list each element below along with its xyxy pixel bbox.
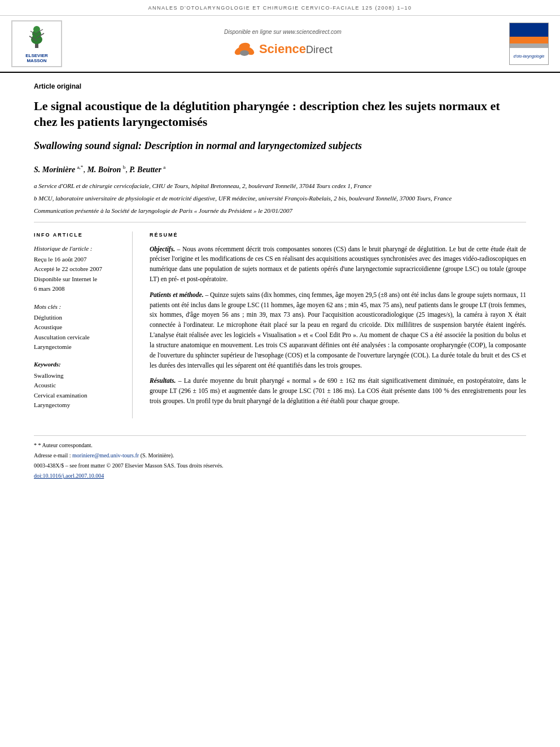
email-label-text: Adresse e-mail : (34, 452, 71, 458)
article-type: Article original (34, 82, 526, 91)
resultats-text: – La durée moyenne du bruit pharyngé « n… (150, 377, 526, 404)
affiliation-b: b MCU, laboratoire universitaire de phys… (34, 194, 526, 203)
history-available: Disponible sur Internet le (34, 275, 123, 283)
journal-title: ANNALES D'OTOLARYNGOLOGIE ET CHIRURGIE C… (148, 5, 412, 11)
keyword-2: Acoustic (34, 381, 123, 390)
journal-logo-box: d'oto-laryngologie (509, 23, 549, 65)
history-available-date: 6 mars 2008 (34, 285, 123, 293)
affiliation-a: a Service d'ORL et de chirurgie cervicof… (34, 181, 526, 191)
history-title: Historique de l'article : (34, 244, 123, 253)
mots-cles-title: Mots clés : (34, 303, 123, 311)
article-title-french: Le signal acoustique de la déglutition p… (34, 98, 526, 130)
resultats-label: Résultats. (150, 377, 178, 384)
resume-objectifs: Objectifs. – Nous avons récemment décrit… (150, 244, 526, 285)
copyright-line: 0003-438X/$ – see front matter © 2007 El… (34, 462, 526, 470)
history-section: Historique de l'article : Reçu le 16 aoû… (34, 244, 123, 294)
svg-point-11 (240, 50, 249, 56)
keyword-4: Laryngectomy (34, 401, 123, 409)
mots-cles-section: Mots clés : Déglutition Acoustique Auscu… (34, 303, 123, 352)
resume-resultats: Résultats. – La durée moyenne du bruit p… (150, 376, 526, 406)
keyword-1: Swallowing (34, 372, 123, 380)
journal-header: ANNALES D'OTOLARYNGOLOGIE ET CHIRURGIE C… (0, 0, 560, 16)
email-person: (S. Morinière). (141, 452, 174, 458)
banner: ELSEVIER MASSON Disponible en ligne sur … (0, 16, 560, 73)
main-content: Article original Le signal acoustique de… (0, 73, 560, 497)
authors-line: S. Morinière a,*, M. Boiron b, P. Beutte… (34, 164, 526, 175)
history-accepted: Accepté le 22 octobre 2007 (34, 265, 123, 273)
journal-logo-right: d'oto-laryngologie (504, 23, 549, 65)
asterisk-symbol: * (34, 442, 38, 448)
doi-line: doi:10.1016/j.aorl.2007.10.004 (34, 472, 526, 480)
asterisk-note: * * Auteur correspondant. (34, 442, 526, 449)
keyword-3: Cervical examination (34, 391, 123, 400)
doi-link[interactable]: doi:10.1016/j.aorl.2007.10.004 (34, 473, 104, 479)
patients-label: Patients et méthode. (150, 291, 205, 298)
author-boiron-sup: b (123, 164, 126, 170)
history-received: Reçu le 16 août 2007 (34, 255, 123, 264)
info-article-title: INFO ARTICLE (34, 231, 123, 239)
two-column-layout: INFO ARTICLE Historique de l'article : R… (34, 231, 526, 418)
resume-title: RÉSUMÉ (150, 231, 526, 239)
objectifs-text: – Nous avons récemment décrit trois comp… (150, 246, 526, 282)
footer-section: * * Auteur correspondant. Adresse e-mail… (34, 435, 526, 480)
email-link[interactable]: moriniere@med.univ-tours.fr (72, 452, 139, 458)
logo-white-text: d'oto-laryngologie (510, 48, 548, 64)
elsevier-text: ELSEVIER MASSON (15, 53, 59, 64)
mot-cle-4: Laryngectomie (34, 343, 123, 351)
keywords-en-title: Keywords: (34, 360, 123, 369)
elsevier-logo: ELSEVIER MASSON (11, 20, 62, 67)
logo-orange-band (510, 37, 548, 43)
elsevier-tree-icon (23, 24, 51, 49)
available-online-text: Disponible en ligne sur www.sciencedirec… (62, 28, 504, 36)
author-moriniere: S. Morinière (34, 165, 75, 174)
sciencedirect-center: Disponible en ligne sur www.sciencedirec… (62, 28, 504, 59)
left-column: INFO ARTICLE Historique de l'article : R… (34, 231, 133, 418)
communication-line: Communication présentée à la Société de … (34, 207, 526, 222)
sciencedirect-text: ScienceDirect (259, 41, 333, 58)
sciencedirect-leaves-icon (233, 40, 256, 59)
author-beutter-sup: a (163, 164, 165, 170)
author-moriniere-sup: a,* (77, 164, 84, 170)
mot-cle-1: Déglutition (34, 313, 123, 322)
patients-text: – Quinze sujets sains (dix hommes, cinq … (150, 291, 526, 369)
sciencedirect-logo: ScienceDirect (62, 40, 504, 59)
page-wrapper: ANNALES D'OTOLARYNGOLOGIE ET CHIRURGIE C… (0, 0, 560, 497)
email-line: Adresse e-mail : moriniere@med.univ-tour… (34, 452, 526, 460)
article-title-english: Swallowing sound signal: Description in … (34, 139, 526, 152)
logo-blue-band (510, 23, 548, 37)
author-boiron: M. Boiron (87, 165, 121, 174)
logo-gray-band (510, 43, 548, 48)
resume-patients: Patients et méthode. – Quinze sujets sai… (150, 290, 526, 371)
objectifs-label: Objectifs. (150, 246, 177, 252)
author-beutter: P. Beutter (129, 165, 161, 174)
mot-cle-3: Auscultation cervicale (34, 333, 123, 342)
keywords-en-section: Keywords: Swallowing Acoustic Cervical e… (34, 360, 123, 409)
mot-cle-2: Acoustique (34, 323, 123, 331)
svg-rect-0 (35, 43, 38, 48)
right-column: RÉSUMÉ Objectifs. – Nous avons récemment… (150, 231, 526, 418)
